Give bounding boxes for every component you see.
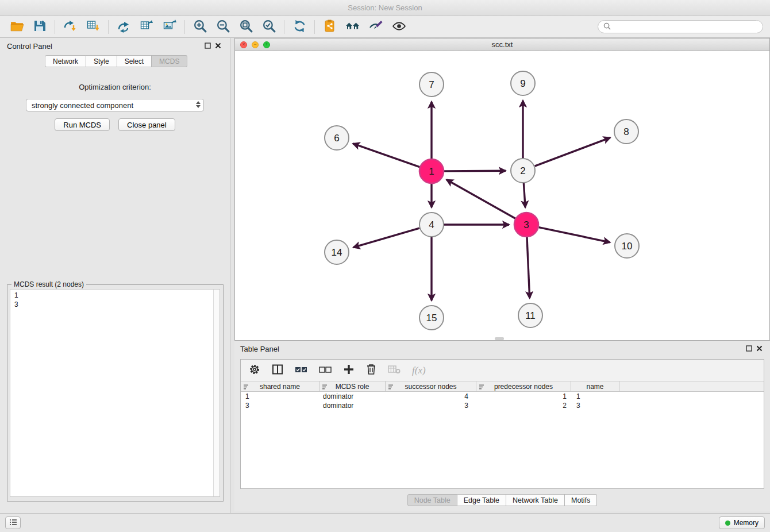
graph-edge-1-6[interactable] bbox=[353, 144, 419, 167]
column-header-predecessor-nodes[interactable]: predecessor nodes bbox=[476, 381, 571, 391]
tab-style[interactable]: Style bbox=[86, 55, 117, 67]
graph-edge-2-3[interactable] bbox=[523, 183, 525, 207]
copy-network-button[interactable] bbox=[320, 18, 340, 36]
export-table-button[interactable] bbox=[137, 18, 156, 36]
graph-node-8[interactable]: 8 bbox=[614, 119, 638, 144]
graph-edge-3-1[interactable] bbox=[446, 180, 515, 219]
horizontal-scrollbar-handle[interactable] bbox=[495, 337, 504, 340]
save-session-button[interactable] bbox=[30, 18, 49, 36]
graph-node-6[interactable]: 6 bbox=[325, 126, 349, 150]
apply-style-button[interactable] bbox=[366, 18, 386, 36]
import-table-icon bbox=[86, 19, 100, 34]
create-column-button[interactable] bbox=[343, 364, 355, 377]
network-graph[interactable]: 7968124314101511 bbox=[235, 51, 769, 340]
window-title: Session: New Session bbox=[348, 3, 422, 12]
search-box[interactable] bbox=[598, 20, 763, 33]
table-row[interactable]: 3 dominator 3 2 3 bbox=[241, 401, 764, 410]
cell-successor-nodes[interactable]: 4 bbox=[386, 392, 476, 400]
table-row[interactable]: 1 dominator 4 1 1 bbox=[241, 392, 764, 401]
show-columns-button[interactable] bbox=[272, 364, 283, 377]
search-input[interactable] bbox=[614, 23, 757, 31]
close-panel-button[interactable] bbox=[213, 41, 223, 51]
graph-edge-4-14[interactable] bbox=[353, 228, 419, 248]
close-table-panel-button[interactable] bbox=[754, 344, 764, 354]
cell-successor-nodes[interactable]: 3 bbox=[386, 402, 476, 410]
mcds-result-list[interactable]: 1 3 bbox=[10, 289, 220, 497]
graph-node-10[interactable]: 10 bbox=[615, 234, 639, 258]
close-panel-action-button[interactable]: Close panel bbox=[118, 118, 175, 131]
svg-text:1: 1 bbox=[429, 166, 434, 177]
graph-node-11[interactable]: 11 bbox=[518, 303, 542, 327]
cell-predecessor-nodes[interactable]: 2 bbox=[476, 402, 571, 410]
maximize-window-icon[interactable]: + bbox=[263, 41, 270, 48]
optimization-criterion-select[interactable]: strongly connected component bbox=[26, 99, 204, 111]
graph-node-1[interactable]: 1 bbox=[419, 159, 444, 183]
tab-network-table[interactable]: Network Table bbox=[506, 494, 565, 506]
cell-mcds-role[interactable]: dominator bbox=[319, 402, 386, 410]
zoom-fit-button[interactable] bbox=[236, 18, 256, 36]
delete-table-icon bbox=[388, 364, 401, 376]
checked-boxes-icon bbox=[295, 365, 307, 376]
cell-shared-name[interactable]: 3 bbox=[241, 402, 319, 410]
svg-text:14: 14 bbox=[332, 247, 342, 258]
tab-mcds[interactable]: MCDS bbox=[152, 55, 187, 67]
cell-mcds-role[interactable]: dominator bbox=[319, 392, 386, 400]
result-scrollbar[interactable] bbox=[213, 290, 220, 496]
zoom-selected-button[interactable] bbox=[259, 18, 279, 36]
svg-text:4: 4 bbox=[429, 219, 434, 230]
clipboard-icon bbox=[323, 19, 337, 34]
tab-motifs[interactable]: Motifs bbox=[565, 494, 597, 506]
share-network-icon bbox=[117, 19, 130, 34]
graph-node-9[interactable]: 9 bbox=[511, 71, 535, 95]
zoom-out-button[interactable] bbox=[213, 18, 233, 36]
tab-network[interactable]: Network bbox=[45, 55, 86, 67]
tab-select[interactable]: Select bbox=[117, 55, 152, 67]
cell-name[interactable]: 1 bbox=[571, 392, 619, 400]
graph-edge-3-10[interactable] bbox=[539, 228, 610, 242]
show-hide-button[interactable] bbox=[389, 18, 409, 36]
close-window-icon[interactable]: × bbox=[240, 41, 247, 48]
zoom-in-button[interactable] bbox=[190, 18, 210, 36]
first-neighbors-button[interactable] bbox=[343, 18, 363, 36]
open-session-button[interactable] bbox=[7, 18, 26, 36]
graph-node-4[interactable]: 4 bbox=[419, 213, 444, 237]
tab-node-table[interactable]: Node Table bbox=[407, 494, 457, 506]
graph-node-14[interactable]: 14 bbox=[325, 240, 349, 264]
refresh-layout-button[interactable] bbox=[290, 18, 309, 36]
column-header-successor-nodes[interactable]: successor nodes bbox=[386, 381, 476, 391]
network-canvas[interactable]: 7968124314101511 bbox=[235, 51, 769, 340]
graph-node-7[interactable]: 7 bbox=[419, 72, 444, 97]
select-all-columns-button[interactable] bbox=[295, 365, 307, 376]
graph-edge-1-2[interactable] bbox=[444, 171, 506, 171]
graph-node-3[interactable]: 3 bbox=[514, 213, 538, 237]
export-network-button[interactable] bbox=[114, 18, 133, 36]
graph-node-15[interactable]: 15 bbox=[419, 306, 444, 330]
graph-edge-3-11[interactable] bbox=[527, 237, 530, 298]
delete-column-button[interactable] bbox=[366, 364, 376, 377]
cell-predecessor-nodes[interactable]: 1 bbox=[476, 392, 571, 400]
table-options-button[interactable] bbox=[249, 364, 260, 377]
svg-text:6: 6 bbox=[334, 133, 339, 144]
column-header-name[interactable]: name bbox=[571, 381, 619, 391]
graph-node-2[interactable]: 2 bbox=[511, 159, 535, 183]
homes-icon bbox=[345, 19, 360, 34]
minimize-window-icon[interactable]: − bbox=[252, 41, 259, 48]
cell-shared-name[interactable]: 1 bbox=[241, 392, 319, 400]
memory-button[interactable]: Memory bbox=[719, 516, 765, 529]
column-header-mcds-role[interactable]: MCDS role bbox=[319, 381, 386, 391]
delete-table-button[interactable] bbox=[388, 364, 401, 376]
function-icon: f(x) bbox=[412, 365, 426, 376]
float-table-panel-button[interactable] bbox=[744, 344, 754, 354]
cell-name[interactable]: 3 bbox=[571, 402, 619, 410]
column-header-shared-name[interactable]: shared name bbox=[241, 381, 319, 391]
import-table-button[interactable] bbox=[83, 18, 103, 36]
tab-edge-table[interactable]: Edge Table bbox=[457, 494, 506, 506]
export-image-button[interactable] bbox=[160, 18, 179, 36]
graph-edge-2-8[interactable] bbox=[535, 138, 610, 167]
task-history-button[interactable] bbox=[5, 516, 21, 529]
unselect-all-columns-button[interactable] bbox=[319, 365, 332, 376]
float-panel-button[interactable] bbox=[202, 41, 213, 51]
run-mcds-button[interactable]: Run MCDS bbox=[55, 118, 110, 131]
function-builder-button[interactable]: f(x) bbox=[412, 365, 426, 376]
import-network-button[interactable] bbox=[60, 18, 80, 36]
